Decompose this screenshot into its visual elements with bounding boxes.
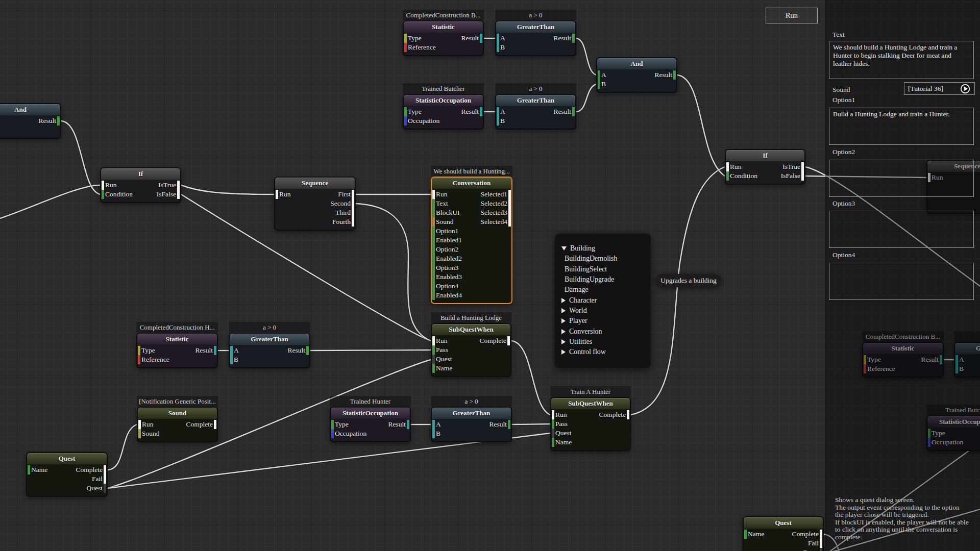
input-port-name[interactable] — [744, 530, 747, 539]
input-port-run[interactable] — [432, 336, 435, 345]
node-header[interactable]: Conversation — [432, 178, 511, 189]
input-port-a[interactable] — [497, 34, 499, 43]
node-header[interactable]: Quest — [27, 453, 107, 464]
output-port-complete[interactable] — [214, 420, 216, 429]
node-subquest-tah[interactable]: Train A HunterSubQuestWhenRunCompletePas… — [550, 397, 631, 451]
input-port-pass[interactable] — [552, 419, 554, 429]
node-sequence[interactable]: SequenceRunFirstSecondThirdFourth — [274, 177, 356, 231]
node-header[interactable]: StatisticOccupation — [331, 408, 410, 419]
output-port-istrue[interactable] — [801, 162, 804, 171]
output-port-quest[interactable] — [820, 548, 822, 551]
input-port-name[interactable] — [432, 364, 435, 373]
node-header[interactable]: GreaterThan — [230, 334, 309, 345]
input-port-b[interactable] — [598, 80, 600, 89]
wire-w2[interactable] — [61, 121, 100, 194]
node-if-right[interactable]: IfRunIsTrueConditionIsFalse — [725, 149, 805, 185]
node-greaterthan-mid[interactable]: a > 0GreaterThanAResultB — [229, 333, 310, 368]
node-header[interactable]: StatisticOccupation — [404, 95, 483, 106]
input-port-reference[interactable] — [404, 43, 407, 52]
input-port-option4[interactable] — [432, 282, 435, 291]
output-port-complete[interactable] — [627, 410, 629, 419]
wire-w8[interactable] — [310, 350, 431, 350]
input-port-enabled1[interactable] — [432, 236, 435, 245]
input-port-blockui[interactable] — [432, 208, 435, 217]
input-port-quest[interactable] — [552, 429, 554, 438]
input-port-occupation[interactable] — [331, 429, 334, 438]
play-icon[interactable] — [960, 84, 970, 94]
wire-w1[interactable] — [0, 185, 100, 220]
node-header[interactable]: GreaterThan — [496, 21, 575, 33]
menu-item-player[interactable]: Player — [555, 316, 651, 326]
node-greaterthan-btm[interactable]: a > 0GreaterThanAResultB — [431, 407, 512, 442]
output-port-result[interactable] — [214, 346, 216, 355]
option-field-1[interactable]: Build a Hunting Lodge and train a Hunter… — [829, 108, 974, 145]
node-header[interactable]: Statistic — [404, 21, 483, 33]
node-statistic-top[interactable]: CompletedConstruction B...StatisticTypeR… — [403, 20, 484, 56]
output-port-result[interactable] — [480, 107, 482, 116]
input-port-run[interactable] — [276, 190, 278, 199]
output-port-result[interactable] — [572, 34, 575, 43]
output-port-result[interactable] — [508, 420, 510, 429]
input-port-enabled4[interactable] — [432, 291, 435, 300]
node-statistic-mid[interactable]: CompletedConstruction H...StatisticTypeR… — [136, 333, 218, 368]
output-port-second[interactable] — [352, 199, 354, 208]
node-statocc-btm[interactable]: Trained HunterStatisticOccupationTypeRes… — [330, 407, 411, 442]
input-port-enabled2[interactable] — [432, 254, 435, 263]
output-port-result[interactable] — [673, 70, 676, 80]
menu-item-buildingupgrade[interactable]: BuildingUpgrade — [555, 274, 651, 285]
menu-item-buildingdemolish[interactable]: BuildingDemolish — [555, 254, 651, 264]
node-statocc-top[interactable]: Trained ButcherStatisticOccupationTypeRe… — [403, 94, 484, 130]
output-port-isfalse[interactable] — [801, 171, 804, 181]
output-port-fourth[interactable] — [352, 217, 354, 227]
wire-w3[interactable] — [181, 185, 274, 194]
input-port-condition[interactable] — [726, 171, 729, 181]
run-button[interactable]: Run — [766, 8, 818, 23]
menu-item-building[interactable]: Building — [555, 243, 651, 254]
node-and-right[interactable]: AndAResultB — [596, 57, 677, 93]
wire-w19[interactable] — [576, 84, 596, 112]
input-port-run[interactable] — [552, 410, 554, 419]
input-port-run[interactable] — [726, 162, 729, 171]
option-field-2[interactable] — [829, 160, 974, 197]
input-port-a[interactable] — [230, 346, 233, 355]
input-port-option3[interactable] — [432, 263, 435, 272]
input-port-text[interactable] — [432, 199, 435, 208]
output-port-complete[interactable] — [820, 530, 822, 539]
text-field[interactable]: We should build a Hunting Lodge and trai… — [829, 41, 974, 79]
input-port-reference[interactable] — [138, 355, 140, 364]
node-sound[interactable]: [Notification Generic Posit...SoundRunCo… — [137, 407, 218, 442]
output-port-result[interactable] — [572, 107, 575, 116]
node-quest-btm[interactable]: QuestNameCompleteFailQuest — [743, 516, 824, 551]
input-port-a[interactable] — [497, 107, 499, 116]
input-port-sound[interactable] — [432, 217, 435, 227]
menu-item-conversion[interactable]: Conversion — [555, 326, 651, 336]
output-port-result[interactable] — [306, 346, 309, 355]
output-port-third[interactable] — [352, 208, 354, 217]
input-port-b[interactable] — [432, 429, 435, 438]
input-port-pass[interactable] — [432, 345, 435, 355]
input-port-enabled3[interactable] — [432, 272, 435, 282]
input-port-sound[interactable] — [138, 429, 141, 438]
input-port-run[interactable] — [432, 190, 435, 199]
output-port-istrue[interactable] — [177, 181, 180, 190]
node-subquest-bhl[interactable]: Build a Hunting LodgeSubQuestWhenRunComp… — [431, 323, 511, 377]
output-port-selected1[interactable] — [508, 190, 511, 199]
node-header[interactable]: Quest — [744, 517, 823, 529]
node-conversation[interactable]: We should build a Hunting...Conversation… — [431, 177, 512, 304]
input-port-type[interactable] — [404, 107, 407, 116]
input-port-b[interactable] — [497, 43, 499, 52]
output-port-selected2[interactable] — [508, 199, 511, 208]
menu-item-character[interactable]: Character — [555, 295, 651, 305]
menu-item-utilities[interactable]: Utilities — [555, 337, 651, 347]
node-header[interactable]: SubQuestWhen — [551, 398, 630, 409]
input-port-b[interactable] — [497, 116, 499, 126]
output-port-result[interactable] — [480, 34, 482, 43]
input-port-a[interactable] — [432, 420, 435, 429]
wire-w18[interactable] — [576, 38, 596, 75]
node-quest-left[interactable]: QuestNameCompleteFailQuest — [26, 452, 108, 497]
node-header[interactable]: SubQuestWhen — [432, 324, 510, 335]
wire-w13[interactable] — [512, 424, 550, 424]
output-port-result[interactable] — [57, 116, 60, 126]
output-port-first[interactable] — [352, 190, 354, 199]
node-header[interactable]: Sequence — [275, 178, 355, 189]
